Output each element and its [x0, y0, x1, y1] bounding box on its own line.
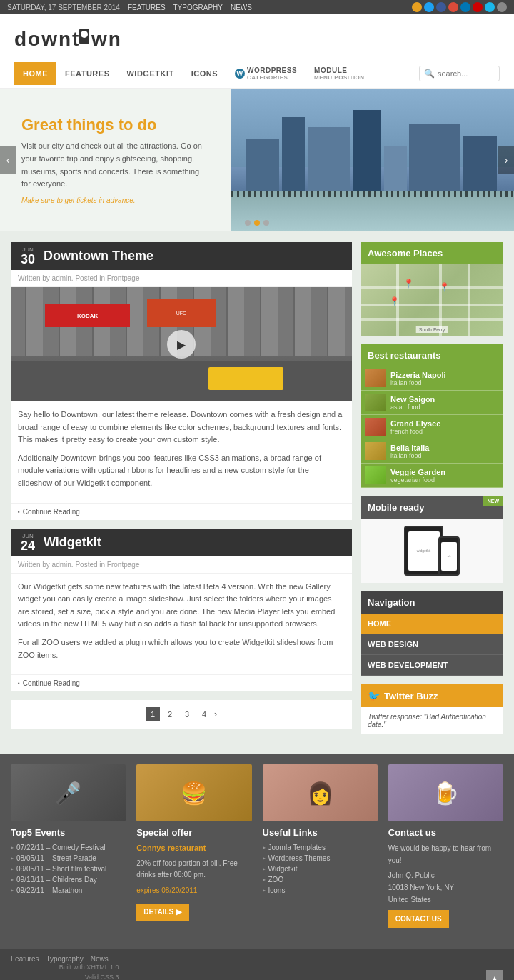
- social-google-icon[interactable]: [448, 2, 458, 12]
- restaurant-thumb-1: [365, 369, 386, 387]
- slider-dot-1[interactable]: [245, 220, 251, 226]
- footer-col-links: 👩 Useful Links Joomla Templates Wordpres…: [263, 764, 378, 928]
- page-2[interactable]: 2: [163, 707, 177, 721]
- footer-bottom-news[interactable]: News: [91, 955, 109, 963]
- continue-reading-1[interactable]: ▪ Continue Reading: [11, 503, 352, 520]
- top-bar-date: SATURDAY, 17 SEPTEMBER 2014 FEATURES TYP…: [7, 4, 252, 11]
- scroll-to-top-button[interactable]: ▲: [486, 970, 503, 981]
- widget-twitter-header: 🐦 Twitter Buzz: [361, 684, 503, 707]
- nav-widget-home[interactable]: HOME: [361, 614, 503, 634]
- slider-prev-button[interactable]: ‹: [0, 146, 16, 174]
- social-facebook-icon[interactable]: [436, 2, 446, 12]
- mobile-devices-display: widgetkit wk: [361, 519, 503, 583]
- phone-device: wk: [438, 536, 460, 576]
- social-twitter-icon[interactable]: [424, 2, 434, 12]
- nav-widgetkit[interactable]: WIDGETKIT: [118, 62, 182, 85]
- restaurant-item-3[interactable]: Grand Elysee french food: [361, 415, 503, 439]
- article-header-2: JUN 24 Widgetkit: [11, 529, 352, 556]
- pagination: 1 2 3 4 ›: [11, 700, 352, 729]
- wordpress-icon: W: [235, 69, 245, 79]
- footer-link-5[interactable]: Icons: [263, 885, 378, 896]
- footer-offer-title: Special offer: [136, 827, 251, 838]
- nav-home[interactable]: HOME: [14, 62, 56, 85]
- video-play-button[interactable]: ▶: [167, 330, 196, 359]
- footer-contact-button[interactable]: CONTACT US: [388, 910, 449, 928]
- top-bar: SATURDAY, 17 SEPTEMBER 2014 FEATURES TYP…: [0, 0, 514, 14]
- search-box[interactable]: 🔍: [419, 66, 500, 81]
- footer-link-3[interactable]: Widgetkit: [263, 864, 378, 874]
- footer-img-offer: 🍔: [136, 764, 251, 821]
- page-1[interactable]: 1: [146, 707, 160, 721]
- nav-module[interactable]: MODULE MENU POSITION: [306, 59, 373, 88]
- footer-link-1[interactable]: Joomla Templates: [263, 842, 378, 853]
- footer: 🎤 Top5 Events 07/22/11 – Comedy Festival…: [0, 754, 514, 949]
- restaurant-thumb-5: [365, 466, 386, 484]
- footer-links-title: Useful Links: [263, 827, 378, 838]
- footer-link-2[interactable]: Wordpress Themes: [263, 853, 378, 864]
- page-4[interactable]: 4: [197, 707, 211, 721]
- details-arrow-icon: ▶: [176, 906, 182, 918]
- social-youtube-icon[interactable]: [473, 2, 483, 12]
- widget-awesome-places-header: Awesome Places: [361, 242, 503, 264]
- article-title-1[interactable]: Downtown Theme: [44, 249, 153, 264]
- svg-point-2: [81, 31, 88, 38]
- footer-event-3: 09/05/11 – Short film festival: [11, 864, 126, 874]
- footer-credits: Built with XHTML 1.0 Valid CSS 3 Built w…: [11, 963, 119, 980]
- continue-reading-2[interactable]: ▪ Continue Reading: [11, 674, 352, 691]
- nav-widget-web-design[interactable]: WEB DESIGN: [361, 634, 503, 655]
- nav-widget-web-dev[interactable]: WEB DEVELOPMENT: [361, 655, 503, 676]
- widget-mobile-ready: Mobile ready NEW widgetkit wk: [361, 496, 503, 583]
- map-pin-3: 📍: [389, 296, 400, 306]
- article-meta-2: Written by admin. Posted in Frontpage: [11, 556, 352, 574]
- slider-dot-3[interactable]: [263, 220, 269, 226]
- footer-offer-body: Connys restaurant 20% off food portion o…: [136, 842, 251, 921]
- footer-details-button[interactable]: DETAILS ▶: [136, 904, 189, 921]
- top-nav-news[interactable]: NEWS: [231, 4, 252, 11]
- widget-restaurants-header: Best restaurants: [361, 344, 503, 366]
- article-header-1: JUN 30 Downtown Theme: [11, 242, 352, 270]
- top-nav-typography[interactable]: TYPOGRAPHY: [173, 4, 223, 11]
- restaurant-thumb-4: [365, 442, 386, 460]
- nav-icons[interactable]: ICONS: [183, 62, 226, 85]
- social-rss-icon[interactable]: [412, 2, 422, 12]
- restaurant-item-1[interactable]: Pizzeria Napoli italian food: [361, 366, 503, 391]
- top-nav-features[interactable]: FEATURES: [128, 4, 166, 11]
- article-body-1: Say hello to Downtown, our latest theme …: [11, 401, 352, 503]
- restaurant-item-4[interactable]: Bella Italia italian food: [361, 439, 503, 464]
- footer-col-offer: 🍔 Special offer Connys restaurant 20% of…: [136, 764, 251, 928]
- awesome-places-map: 📍 📍 📍 South Ferry: [361, 264, 503, 336]
- widget-restaurants-body: Pizzeria Napoli italian food New Saigon …: [361, 366, 503, 488]
- footer-bottom-typography[interactable]: Typography: [46, 955, 83, 963]
- footer-bottom-features[interactable]: Features: [11, 955, 39, 963]
- restaurant-thumb-2: [365, 394, 386, 411]
- map-pin-1: 📍: [403, 279, 414, 289]
- page-next[interactable]: ›: [214, 709, 217, 719]
- map-pin-2: 📍: [439, 282, 450, 292]
- article-title-2[interactable]: Widgetkit: [44, 535, 101, 550]
- page-3[interactable]: 3: [180, 707, 194, 721]
- main-content: JUN 30 Downtown Theme Written by admin. …: [0, 231, 514, 754]
- footer-col-events: 🎤 Top5 Events 07/22/11 – Comedy Festival…: [11, 764, 126, 928]
- slider-body: Visit our city and check out all the att…: [21, 140, 210, 190]
- header: DOWNT WN: [0, 14, 514, 59]
- footer-offer-name[interactable]: Connys restaurant: [136, 842, 251, 855]
- restaurant-item-2[interactable]: New Saigon asian food: [361, 391, 503, 415]
- footer-expires: expires 08/20/2011: [136, 885, 251, 896]
- restaurant-thumb-3: [365, 418, 386, 436]
- slider-cta[interactable]: Make sure to get tickets in advance.: [21, 196, 210, 204]
- nav-features[interactable]: FEATURES: [56, 62, 118, 85]
- restaurant-item-5[interactable]: Veggie Garden vegetarian food: [361, 464, 503, 488]
- logo: DOWNT WN: [14, 21, 500, 55]
- social-linkedin-icon[interactable]: [460, 2, 470, 12]
- widget-navigation: Navigation HOME WEB DESIGN WEB DEVELOPME…: [361, 591, 503, 676]
- social-email-icon[interactable]: [497, 2, 507, 12]
- hero-slider: ‹ Great things to do Visit our city and …: [0, 89, 514, 231]
- slider-dot-2[interactable]: [254, 220, 260, 226]
- social-vimeo-icon[interactable]: [485, 2, 495, 12]
- search-input[interactable]: [438, 69, 495, 78]
- nav-wordpress[interactable]: W WORDPRESS CATEGORIES: [226, 59, 306, 88]
- widget-best-restaurants: Best restaurants Pizzeria Napoli italian…: [361, 344, 503, 488]
- nav-bar: HOME FEATURES WIDGETKIT ICONS W WORDPRES…: [0, 59, 514, 89]
- footer-link-4[interactable]: ZOO: [263, 874, 378, 885]
- slider-next-button[interactable]: ›: [498, 146, 514, 174]
